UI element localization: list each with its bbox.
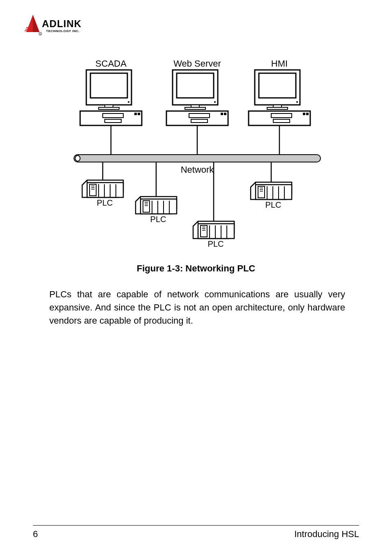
network-diagram: SCADA Web Server HMI Network PLC (66, 58, 329, 251)
svg-point-33 (75, 155, 80, 161)
svg-rect-4 (25, 30, 30, 31)
svg-text:®: ® (39, 33, 41, 35)
page-footer: 6 Introducing HSL (33, 525, 359, 540)
logo-tagline-text: TECHNOLOGY INC. (46, 29, 80, 33)
plc-icon (82, 180, 123, 197)
figure-caption: Figure 1-3: Networking PLC (0, 263, 392, 274)
diagram-label-scada: SCADA (95, 58, 127, 69)
svg-rect-2 (26, 27, 30, 28)
diagram-label-plc: PLC (97, 198, 113, 207)
computer-icon (80, 70, 142, 125)
page: ADLINK TECHNOLOGY INC. ® (0, 0, 392, 556)
plc-icon (193, 221, 234, 239)
diagram-label-webserver: Web Server (173, 58, 221, 69)
svg-marker-1 (33, 15, 39, 32)
diagram-label-plc: PLC (265, 200, 281, 209)
svg-rect-3 (25, 29, 30, 30)
page-number: 6 (33, 529, 38, 540)
body-paragraph: PLCs that are capable of network communi… (49, 288, 345, 327)
diagram-label-network: Network (181, 164, 214, 175)
diagram-label-plc: PLC (150, 215, 166, 224)
diagram-label-hmi: HMI (271, 58, 288, 69)
plc-icon (136, 197, 177, 214)
computer-icon (166, 70, 228, 125)
logo-brand-text: ADLINK (42, 18, 82, 29)
svg-rect-32 (74, 155, 321, 162)
computer-icon (249, 70, 310, 125)
section-title: Introducing HSL (294, 529, 359, 540)
brand-logo: ADLINK TECHNOLOGY INC. ® (25, 12, 95, 37)
diagram-label-plc: PLC (208, 239, 224, 248)
plc-icon (251, 182, 292, 199)
